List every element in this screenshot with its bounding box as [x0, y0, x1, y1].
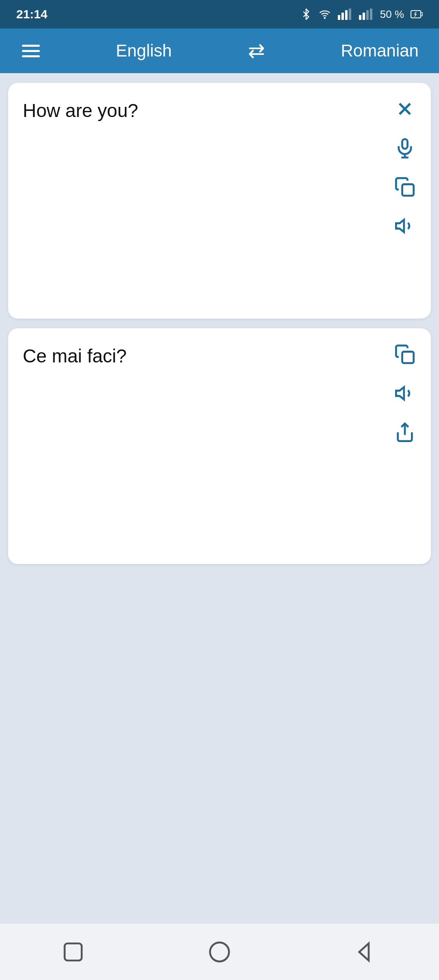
speak-translation-button[interactable] — [391, 379, 419, 407]
svg-rect-3 — [345, 10, 348, 20]
svg-point-0 — [324, 17, 325, 18]
close-icon — [394, 98, 415, 119]
swap-icon: ⇄ — [248, 39, 265, 63]
battery-icon — [411, 9, 423, 20]
home-button[interactable] — [199, 932, 240, 972]
battery-text: 50 % — [380, 8, 404, 21]
microphone-icon — [394, 137, 415, 158]
svg-rect-5 — [359, 15, 361, 20]
hamburger-icon — [22, 45, 40, 57]
svg-marker-18 — [396, 387, 404, 399]
microphone-button[interactable] — [391, 134, 419, 162]
target-text: Ce mai faci? — [23, 345, 159, 366]
copy-translation-button[interactable] — [391, 340, 419, 368]
target-card: Ce mai faci? — [8, 328, 431, 564]
svg-rect-7 — [366, 10, 369, 20]
swap-languages-button[interactable]: ⇄ — [246, 37, 267, 64]
wifi-icon — [318, 9, 331, 20]
recent-apps-icon — [62, 941, 85, 963]
svg-rect-2 — [341, 13, 344, 20]
share-icon — [394, 422, 415, 443]
copy-translation-icon — [394, 344, 415, 365]
home-icon — [208, 941, 231, 963]
clear-text-button[interactable] — [391, 95, 419, 123]
menu-button[interactable] — [20, 43, 41, 59]
back-button[interactable] — [346, 932, 386, 972]
svg-marker-16 — [396, 220, 404, 232]
signal-icon — [338, 9, 352, 20]
recent-apps-button[interactable] — [53, 932, 93, 972]
svg-rect-1 — [338, 15, 340, 20]
main-content: How are you? — [0, 73, 439, 923]
share-translation-button[interactable] — [391, 418, 419, 446]
source-language-selector[interactable]: English — [116, 41, 172, 61]
bluetooth-icon — [300, 9, 312, 20]
svg-marker-22 — [359, 943, 369, 960]
back-icon — [354, 941, 377, 963]
source-text[interactable]: How are you? — [23, 100, 171, 121]
svg-rect-20 — [65, 943, 82, 960]
nav-bar: English ⇄ Romanian — [0, 28, 439, 73]
speak-source-button[interactable] — [391, 212, 419, 240]
status-bar: 21:14 50 % — [0, 0, 439, 28]
svg-rect-6 — [363, 13, 365, 20]
bottom-nav — [0, 923, 439, 980]
copy-icon — [394, 176, 415, 197]
status-time: 21:14 — [16, 7, 48, 21]
signal-icon-2 — [359, 9, 374, 20]
target-language-selector[interactable]: Romanian — [341, 41, 419, 61]
speaker-translation-icon — [394, 383, 415, 404]
svg-rect-4 — [349, 9, 351, 20]
svg-rect-8 — [370, 9, 372, 20]
speaker-icon — [394, 215, 415, 236]
svg-point-21 — [210, 942, 229, 961]
svg-rect-15 — [402, 184, 414, 196]
copy-source-button[interactable] — [391, 173, 419, 201]
svg-rect-12 — [402, 139, 408, 149]
source-card: How are you? — [8, 83, 431, 319]
status-icons: 50 % — [300, 8, 423, 21]
target-card-actions — [391, 340, 419, 446]
source-card-actions — [391, 95, 419, 240]
svg-rect-17 — [402, 352, 414, 363]
